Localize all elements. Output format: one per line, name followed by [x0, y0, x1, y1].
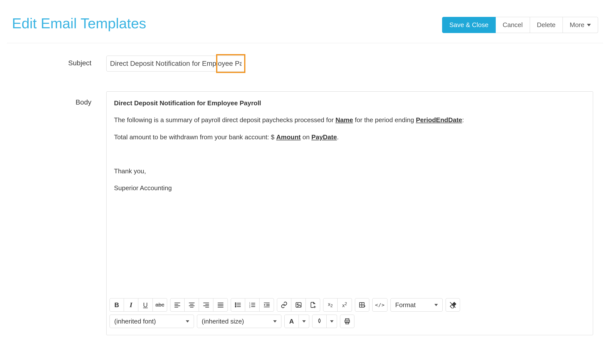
svg-point-17 [235, 304, 236, 305]
indent-icon [263, 301, 270, 308]
body-label: Body [12, 91, 106, 106]
align-center-icon [188, 301, 195, 308]
font-family-label: (inherited font) [114, 318, 156, 325]
more-label: More [570, 21, 584, 29]
link-button[interactable] [277, 298, 291, 312]
svg-point-18 [235, 306, 236, 307]
format-select[interactable]: Format [390, 298, 443, 312]
svg-rect-33 [296, 303, 301, 307]
align-left-button[interactable] [170, 298, 185, 312]
subject-row: Subject [12, 56, 598, 72]
caret-down-icon [330, 320, 334, 323]
subscript-button[interactable]: x2 [323, 298, 338, 312]
merge-field-period-end-date: PeriodEndDate [416, 116, 462, 124]
highlight-icon [316, 318, 323, 325]
svg-marker-32 [264, 304, 266, 306]
superscript-icon: x2 [342, 301, 347, 308]
file-add-icon [309, 301, 316, 308]
image-button[interactable] [291, 298, 306, 312]
action-button-bar: Save & Close Cancel Delete More [442, 17, 598, 33]
print-button[interactable] [340, 315, 354, 328]
align-justify-button[interactable] [213, 298, 228, 312]
font-size-select[interactable]: (inherited size) [197, 315, 281, 328]
table-button[interactable] [355, 298, 369, 312]
file-button[interactable] [306, 298, 320, 312]
caret-down-icon [587, 24, 591, 26]
font-size-label: (inherited size) [202, 318, 244, 325]
body-line-2: The following is a summary of payroll di… [114, 115, 585, 124]
code-button[interactable]: </> [372, 298, 387, 312]
body-line-3: Total amount to be withdrawn from your b… [114, 133, 585, 142]
bold-button[interactable]: B [110, 298, 124, 312]
strikethrough-button[interactable]: abc [153, 298, 167, 312]
subject-label: Subject [12, 56, 106, 67]
cancel-button[interactable]: Cancel [496, 17, 530, 33]
body-blank [114, 149, 585, 158]
link-icon [281, 301, 288, 308]
underline-icon: U [143, 301, 148, 309]
italic-icon: I [130, 301, 132, 309]
caret-down-icon [302, 320, 306, 323]
align-justify-icon [217, 301, 224, 308]
svg-text:3: 3 [249, 306, 250, 308]
underline-button[interactable]: U [138, 298, 153, 312]
list-bullet-button[interactable] [231, 298, 245, 312]
body-signature: Superior Accounting [114, 183, 585, 192]
svg-point-16 [235, 303, 236, 304]
more-dropdown-button[interactable]: More [563, 17, 598, 33]
subscript-icon: x2 [328, 301, 333, 308]
align-left-icon [174, 301, 181, 308]
body-thank-you: Thank you, [114, 167, 585, 176]
strikethrough-icon: abc [155, 302, 164, 308]
font-family-select[interactable]: (inherited font) [110, 315, 194, 328]
caret-down-icon [434, 304, 438, 306]
delete-button[interactable]: Delete [530, 17, 563, 33]
list-bullet-icon [234, 301, 241, 308]
format-select-label: Format [395, 301, 416, 309]
merge-field-pay-date: PayDate [311, 133, 337, 141]
highlight-button[interactable] [312, 315, 327, 328]
italic-button[interactable]: I [124, 298, 138, 312]
save-close-button[interactable]: Save & Close [442, 17, 496, 33]
merge-field-amount: Amount [276, 133, 301, 141]
body-title-line: Direct Deposit Notification for Employee… [114, 99, 585, 108]
subject-input[interactable] [106, 56, 245, 72]
code-icon: </> [375, 302, 385, 308]
superscript-button[interactable]: x2 [338, 298, 352, 312]
merge-field-name: Name [336, 116, 353, 124]
svg-point-34 [297, 304, 298, 305]
font-color-icon: A [289, 318, 294, 325]
clear-format-icon [449, 301, 456, 308]
caret-down-icon [273, 320, 277, 323]
indent-button[interactable] [260, 298, 274, 312]
list-number-button[interactable]: 123 [245, 298, 260, 312]
body-row: Body Direct Deposit Notification for Emp… [12, 91, 598, 335]
image-icon [295, 301, 302, 308]
caret-down-icon [186, 320, 189, 323]
align-right-button[interactable] [199, 298, 213, 312]
body-editor: Direct Deposit Notification for Employee… [106, 91, 593, 335]
align-center-button[interactable] [185, 298, 199, 312]
bold-icon: B [114, 301, 119, 309]
align-right-icon [203, 301, 210, 308]
body-editor-content[interactable]: Direct Deposit Notification for Employee… [107, 92, 593, 295]
font-color-button[interactable]: A [284, 315, 299, 328]
editor-toolbars: B I U abc 123 [107, 295, 593, 335]
page-title: Edit Email Templates [12, 15, 146, 32]
highlight-dropdown[interactable] [327, 315, 337, 328]
header-divider [7, 43, 603, 43]
list-number-icon: 123 [249, 301, 256, 308]
print-icon [344, 318, 351, 325]
font-color-dropdown[interactable] [299, 315, 309, 328]
clear-format-button[interactable] [446, 298, 460, 312]
table-icon [359, 301, 366, 308]
